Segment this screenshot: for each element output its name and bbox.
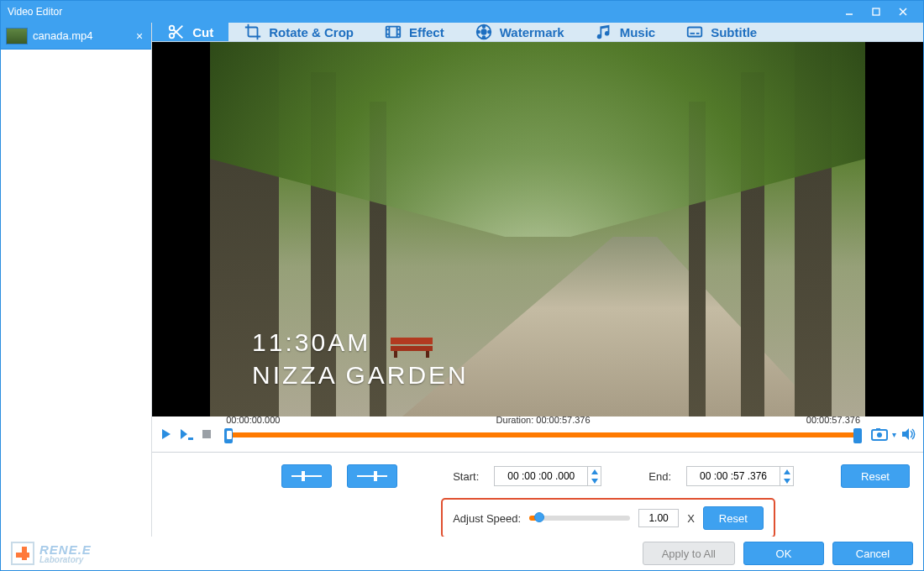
overlay-line2: NIZZA GARDEN bbox=[252, 359, 469, 391]
svg-rect-27 bbox=[202, 430, 211, 438]
svg-rect-21 bbox=[688, 28, 702, 37]
svg-rect-8 bbox=[386, 27, 401, 38]
snapshot-button[interactable] bbox=[870, 425, 889, 443]
overlay-line1: 11:30AM bbox=[252, 326, 469, 359]
crop-icon bbox=[244, 23, 262, 41]
file-name: canada.mp4 bbox=[33, 29, 128, 42]
start-label: Start: bbox=[453, 470, 479, 483]
file-tab[interactable]: canada.mp4 × bbox=[1, 23, 151, 50]
timeline-track[interactable]: 00:00:00.000 Duration: 00:00:57.376 00:0… bbox=[226, 428, 860, 440]
svg-rect-1 bbox=[873, 8, 879, 15]
tab-music[interactable]: Music bbox=[580, 23, 671, 41]
start-time-input[interactable] bbox=[494, 466, 601, 486]
end-spin-up[interactable] bbox=[780, 467, 793, 476]
svg-marker-25 bbox=[181, 429, 187, 439]
start-spin-down[interactable] bbox=[588, 476, 601, 485]
end-spin-down[interactable] bbox=[780, 476, 793, 485]
speed-suffix: X bbox=[687, 512, 695, 525]
svg-rect-35 bbox=[374, 471, 377, 481]
mark-out-button[interactable] bbox=[347, 464, 397, 488]
stop-button[interactable] bbox=[197, 425, 216, 443]
svg-point-5 bbox=[170, 34, 175, 39]
start-spin-up[interactable] bbox=[588, 467, 601, 476]
tab-rotate-crop[interactable]: Rotate & Crop bbox=[228, 23, 369, 41]
tab-effect-label: Effect bbox=[409, 25, 444, 39]
trim-handle-end[interactable] bbox=[853, 428, 862, 443]
snapshot-arrow-icon: ▾ bbox=[892, 430, 896, 439]
speed-value-input[interactable] bbox=[638, 509, 679, 527]
file-close-button[interactable]: × bbox=[133, 29, 146, 43]
time-end: 00:00:57.376 bbox=[806, 415, 860, 425]
svg-point-17 bbox=[482, 25, 485, 28]
end-time-input[interactable] bbox=[686, 466, 794, 486]
timeline-bar: 00:00:00.000 Duration: 00:00:57.376 00:0… bbox=[152, 416, 923, 452]
music-icon bbox=[595, 23, 613, 41]
tab-subtitle[interactable]: Subtitle bbox=[670, 23, 772, 41]
playhead[interactable] bbox=[226, 430, 233, 440]
maximize-button[interactable] bbox=[863, 1, 890, 23]
end-time-value[interactable] bbox=[687, 467, 780, 485]
svg-rect-33 bbox=[302, 471, 305, 481]
file-sidebar: canada.mp4 × bbox=[1, 23, 152, 537]
svg-point-19 bbox=[477, 31, 480, 34]
speed-label: Adjust Speed: bbox=[453, 512, 521, 525]
ok-button[interactable]: OK bbox=[743, 542, 824, 565]
tab-subtitle-label: Subtitle bbox=[711, 25, 757, 39]
titlebar: Video Editor bbox=[1, 1, 923, 23]
cancel-button[interactable]: Cancel bbox=[832, 542, 913, 565]
svg-rect-26 bbox=[188, 437, 193, 440]
tab-cut-label: Cut bbox=[192, 25, 213, 39]
play-button[interactable] bbox=[157, 425, 176, 443]
svg-point-20 bbox=[488, 31, 491, 34]
mark-in-button[interactable] bbox=[281, 464, 332, 488]
tab-music-label: Music bbox=[620, 25, 656, 39]
filmstrip-icon bbox=[384, 23, 402, 41]
file-thumbnail bbox=[6, 28, 28, 45]
logo-plus-icon bbox=[11, 542, 34, 565]
reset-time-button[interactable]: Reset bbox=[841, 464, 910, 488]
svg-marker-38 bbox=[784, 469, 790, 474]
tab-effect[interactable]: Effect bbox=[369, 23, 459, 41]
video-frame: 11:30AM NIZZA GARDEN bbox=[210, 42, 865, 416]
end-label: End: bbox=[648, 470, 671, 483]
footer-bar: RENE.E Laboratory Apply to All OK Cancel bbox=[1, 537, 923, 570]
logo-text-2: Laboratory bbox=[39, 556, 92, 564]
minimize-button[interactable] bbox=[836, 1, 863, 23]
window-title: Video Editor bbox=[8, 6, 836, 18]
time-duration: Duration: 00:00:57.376 bbox=[496, 415, 591, 425]
svg-point-16 bbox=[481, 29, 486, 34]
tab-watermark-label: Watermark bbox=[500, 25, 564, 39]
svg-marker-37 bbox=[591, 479, 598, 484]
brand-logo: RENE.E Laboratory bbox=[11, 541, 92, 566]
svg-marker-24 bbox=[162, 429, 171, 439]
speed-slider[interactable] bbox=[529, 516, 630, 521]
preview-section: 11:30AM NIZZA GARDEN bbox=[152, 42, 923, 452]
main-area: canada.mp4 × Cut Rotate & Crop bbox=[1, 23, 923, 537]
subtitle-icon bbox=[685, 23, 704, 41]
time-current: 00:00:00.000 bbox=[226, 415, 280, 425]
speed-slider-thumb[interactable] bbox=[534, 512, 544, 522]
logo-text-1: RENE.E bbox=[39, 543, 92, 556]
watermark-icon bbox=[475, 23, 493, 41]
close-window-button[interactable] bbox=[890, 1, 916, 23]
app-window: Video Editor canada.mp4 × bbox=[0, 0, 924, 571]
tab-cut[interactable]: Cut bbox=[152, 23, 228, 41]
play-segment-button[interactable] bbox=[177, 425, 196, 443]
video-preview[interactable]: 11:30AM NIZZA GARDEN bbox=[152, 42, 923, 416]
adjust-speed-panel: Adjust Speed: X Reset bbox=[441, 498, 775, 537]
svg-rect-30 bbox=[876, 428, 880, 431]
reset-speed-button[interactable]: Reset bbox=[703, 506, 764, 530]
svg-point-18 bbox=[482, 36, 485, 39]
volume-button[interactable] bbox=[900, 425, 918, 443]
editor-tabs: Cut Rotate & Crop Effect bbox=[152, 23, 923, 42]
video-overlay-text: 11:30AM NIZZA GARDEN bbox=[252, 326, 469, 391]
svg-point-4 bbox=[170, 26, 175, 31]
start-time-value[interactable] bbox=[495, 467, 587, 485]
svg-marker-39 bbox=[784, 479, 790, 484]
tab-rotate-label: Rotate & Crop bbox=[269, 25, 354, 39]
tab-watermark[interactable]: Watermark bbox=[459, 23, 580, 41]
svg-point-29 bbox=[877, 432, 882, 437]
apply-to-all-button[interactable]: Apply to All bbox=[643, 542, 735, 565]
scissors-icon bbox=[167, 23, 186, 41]
svg-marker-36 bbox=[591, 469, 598, 474]
